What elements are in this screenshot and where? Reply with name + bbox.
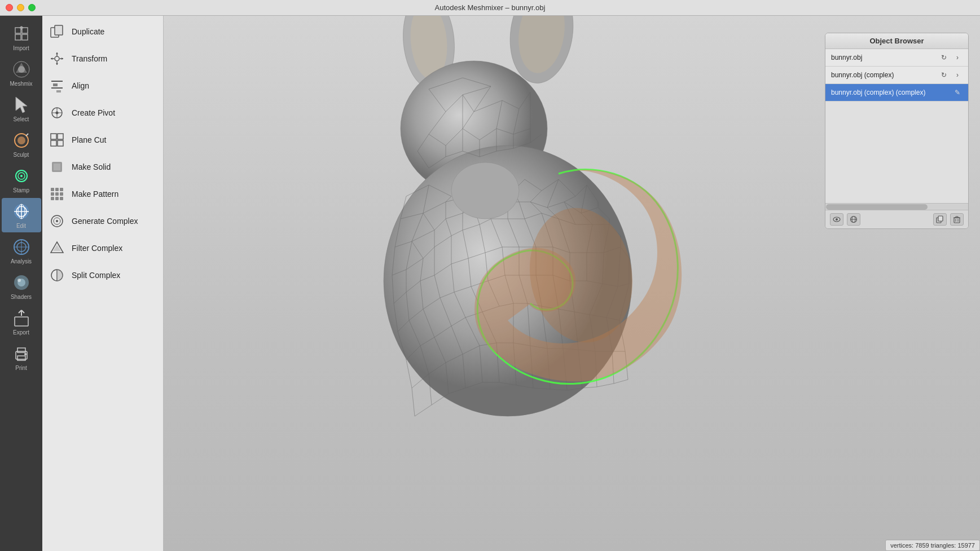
ob-item-2-refresh-icon[interactable]: ↻ — [939, 70, 949, 80]
create-pivot-label: Create Pivot — [72, 108, 115, 117]
maximize-button[interactable] — [28, 4, 36, 11]
viewport[interactable]: Object Browser bunnyr.obj ↻ › bunnyr.obj… — [164, 16, 980, 551]
sculpt-icon — [11, 130, 32, 151]
ob-item-1[interactable]: bunnyr.obj ↻ › — [825, 49, 968, 67]
edit-menu: Duplicate Transform — [42, 16, 164, 551]
menu-align[interactable]: Align — [42, 72, 163, 99]
align-icon — [49, 78, 65, 94]
svg-rect-69 — [55, 197, 59, 200]
make-solid-icon — [49, 159, 65, 175]
ob-item-2[interactable]: bunnyr.obj (complex) ↻ › — [825, 67, 968, 84]
plane-cut-label: Plane Cut — [72, 135, 106, 144]
toolbar-shaders[interactable]: Shaders — [2, 269, 41, 303]
svg-marker-44 — [56, 52, 58, 54]
svg-line-339 — [597, 384, 614, 387]
toolbar-stamp[interactable]: Stamp — [2, 162, 41, 197]
print-label: Print — [15, 365, 27, 371]
svg-rect-64 — [60, 188, 63, 191]
ob-scrollbar[interactable] — [825, 203, 968, 210]
svg-point-344 — [451, 162, 519, 219]
toolbar-print[interactable]: Print — [2, 340, 41, 374]
menu-duplicate[interactable]: Duplicate — [42, 18, 163, 45]
ob-footer — [825, 210, 968, 228]
ob-empty-space — [825, 102, 968, 203]
menu-transform[interactable]: Transform — [42, 45, 163, 72]
menu-plane-cut[interactable]: Plane Cut — [42, 126, 163, 153]
menu-make-pattern[interactable]: Make Pattern — [42, 180, 163, 208]
import-label: Import — [13, 45, 29, 51]
svg-rect-67 — [60, 192, 63, 196]
shaders-label: Shaders — [11, 294, 32, 300]
object-browser-panel: Object Browser bunnyr.obj ↻ › bunnyr.obj… — [825, 33, 969, 229]
ob-delete-button[interactable] — [950, 213, 964, 226]
minimize-button[interactable] — [17, 4, 24, 11]
svg-rect-56 — [51, 134, 56, 139]
svg-rect-1 — [22, 28, 28, 33]
svg-rect-62 — [51, 188, 54, 191]
stamp-label: Stamp — [13, 187, 29, 193]
svg-point-36 — [24, 353, 27, 355]
svg-rect-65 — [51, 192, 54, 196]
ob-item-1-refresh-icon[interactable]: ↻ — [939, 52, 949, 63]
svg-line-319 — [432, 394, 449, 405]
export-icon — [11, 308, 32, 328]
edit-icon — [11, 201, 32, 222]
edit-label: Edit — [16, 223, 26, 229]
svg-marker-45 — [56, 63, 58, 65]
svg-marker-75 — [53, 245, 61, 251]
svg-rect-35 — [17, 356, 25, 360]
import-icon — [11, 24, 32, 44]
svg-point-28 — [17, 279, 21, 282]
duplicate-label: Duplicate — [72, 27, 104, 36]
ob-item-3-edit-icon[interactable]: ✎ — [952, 87, 963, 98]
svg-rect-352 — [954, 218, 960, 223]
ob-scrollbar-thumb[interactable] — [826, 204, 928, 210]
svg-rect-58 — [51, 140, 56, 146]
toolbar-select[interactable]: Select — [2, 91, 41, 126]
menu-filter-complex[interactable]: Filter Complex — [42, 235, 163, 262]
object-browser-title: Object Browser — [825, 33, 968, 49]
sculpt-label: Sculpt — [14, 152, 29, 158]
toolbar-edit[interactable]: Edit — [2, 198, 41, 232]
svg-rect-351 — [938, 216, 943, 221]
meshmix-icon — [11, 59, 32, 80]
ob-item-1-arrow-icon[interactable]: › — [952, 52, 963, 63]
toolbar-analysis[interactable]: Analysis — [2, 233, 41, 268]
ob-item-1-label: bunnyr.obj — [831, 54, 935, 61]
toolbar-meshmix[interactable]: Meshmix — [2, 56, 41, 90]
svg-rect-3 — [22, 34, 28, 40]
menu-split-complex[interactable]: Split Complex — [42, 262, 163, 289]
transform-label: Transform — [72, 54, 107, 63]
svg-rect-57 — [58, 134, 63, 139]
menu-make-solid[interactable]: Make Solid — [42, 153, 163, 180]
ob-eye-button[interactable] — [830, 213, 843, 226]
svg-rect-34 — [17, 348, 25, 352]
analysis-label: Analysis — [11, 258, 32, 265]
ob-copy-button[interactable] — [933, 213, 947, 226]
toolbar-import[interactable]: Import — [2, 20, 41, 55]
ob-item-3[interactable]: bunnyr.obj (complex) (complex) ✎ — [825, 84, 968, 102]
svg-line-316 — [412, 388, 415, 416]
svg-rect-70 — [60, 197, 63, 200]
select-icon — [11, 95, 32, 115]
svg-marker-47 — [61, 58, 63, 60]
duplicate-icon — [49, 24, 65, 39]
plane-cut-icon — [49, 132, 65, 148]
filter-complex-label: Filter Complex — [72, 244, 122, 253]
transform-icon — [49, 51, 65, 67]
svg-rect-29 — [15, 317, 28, 326]
toolbar-sculpt[interactable]: Sculpt — [2, 127, 41, 161]
toolbar-export[interactable]: Export — [2, 305, 41, 339]
close-button[interactable] — [6, 4, 13, 11]
menu-create-pivot[interactable]: Create Pivot — [42, 99, 163, 126]
ob-item-2-arrow-icon[interactable]: › — [952, 70, 963, 80]
window-controls — [6, 4, 36, 11]
svg-rect-38 — [55, 25, 63, 35]
meshmix-label: Meshmix — [10, 81, 32, 87]
svg-rect-49 — [53, 83, 58, 86]
ob-globe-button[interactable] — [847, 213, 860, 226]
menu-generate-complex[interactable]: Generate Complex — [42, 208, 163, 235]
svg-point-73 — [56, 220, 58, 222]
svg-rect-2 — [15, 34, 21, 40]
svg-point-39 — [55, 56, 59, 61]
